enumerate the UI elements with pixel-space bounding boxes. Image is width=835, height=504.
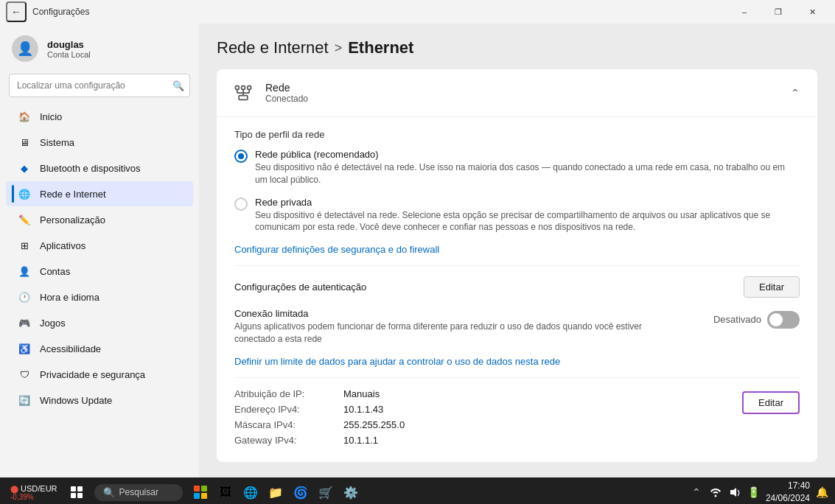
start-button[interactable] <box>65 480 88 504</box>
radio-private[interactable]: Rede privada Seu dispositivo é detectáve… <box>234 197 800 234</box>
breadcrumb: Rede e Internet > Ethernet <box>217 38 817 57</box>
windows-update-icon: 🔄 <box>18 393 31 407</box>
radio-private-desc: Seu dispositivo é detectável na rede. Se… <box>255 209 800 234</box>
sidebar-item-label: Aplicativos <box>40 240 85 251</box>
taskbar-app-store[interactable] <box>189 480 212 504</box>
ipv4-value: 10.1.1.43 <box>343 404 383 415</box>
privacidade-icon: 🛡 <box>18 368 31 381</box>
ip-attribution-row: Atribuição de IP: Manuais <box>234 388 405 399</box>
clock-time: 17:40 <box>766 480 810 492</box>
acessibilidade-icon: ♿ <box>18 342 31 355</box>
market-change: -0,39% <box>10 493 34 501</box>
sidebar-item-personalizacao[interactable]: ✏️ Personalização <box>6 207 193 232</box>
svg-rect-3 <box>239 96 248 100</box>
user-name: douglas <box>47 39 91 50</box>
taskbar-app-browser[interactable]: 🌐 <box>239 480 262 504</box>
back-button[interactable]: ← <box>6 1 27 22</box>
sidebar-item-rede[interactable]: 🌐 Rede e Internet <box>6 181 193 206</box>
card-title: Rede <box>265 82 308 94</box>
user-profile[interactable]: 👤 douglas Conta Local <box>0 24 199 71</box>
radio-public-circle[interactable] <box>234 150 248 163</box>
taskbar-app-edge[interactable]: 🌀 <box>289 480 312 504</box>
sidebar-item-bluetooth[interactable]: ◆ Bluetooth e dispositivos <box>6 155 193 181</box>
taskbar-app-settings[interactable]: ⚙️ <box>339 480 363 504</box>
sidebar-item-acessibilidade[interactable]: ♿ Acessibilidade <box>6 336 193 361</box>
connection-toggle[interactable] <box>767 311 800 329</box>
radio-private-label: Rede privada <box>255 197 800 208</box>
sidebar-item-sistema[interactable]: 🖥 Sistema <box>6 130 193 155</box>
ethernet-card: Rede Conectado ⌃ Tipo de perfil da rede <box>217 69 817 462</box>
toggle-knob <box>769 313 783 326</box>
card-header: Rede Conectado ⌃ <box>217 69 817 117</box>
sidebar-item-label: Windows Update <box>40 395 112 406</box>
user-account-type: Conta Local <box>47 50 91 59</box>
sidebar-item-aplicativos[interactable]: ⊞ Aplicativos <box>6 233 193 258</box>
sidebar-item-jogos[interactable]: 🎮 Jogos <box>6 310 193 335</box>
breadcrumb-current: Ethernet <box>348 38 413 57</box>
window-title: Configurações <box>32 7 89 17</box>
svg-rect-12 <box>77 493 83 498</box>
contas-icon: 👤 <box>18 265 31 278</box>
ip-edit-button[interactable]: Editar <box>742 391 800 414</box>
collapse-button[interactable]: ⌃ <box>788 84 803 102</box>
content-area: Rede e Internet > Ethernet <box>199 24 835 477</box>
sidebar-item-label: Acessibilidade <box>40 343 101 354</box>
sidebar-item-inicio[interactable]: 🏠 Inicio <box>6 104 193 129</box>
window-controls: – ❐ ✕ <box>727 0 829 24</box>
sidebar-nav: 🏠 Inicio 🖥 Sistema ◆ Bluetooth e disposi… <box>0 103 199 413</box>
sidebar-item-privacidade[interactable]: 🛡 Privacidade e segurança <box>6 362 193 387</box>
connection-limited-row: Conexão limitada Alguns aplicativos pode… <box>234 308 800 346</box>
tray-volume-icon[interactable] <box>727 485 742 500</box>
taskbar-clock[interactable]: 17:40 24/06/2024 <box>766 480 810 504</box>
network-icon <box>231 81 255 105</box>
mask-value: 255.255.255.0 <box>343 419 405 430</box>
sidebar-item-label: Contas <box>40 266 70 277</box>
restore-button[interactable]: ❐ <box>761 0 795 24</box>
svg-rect-1 <box>242 86 245 90</box>
sidebar-item-windows-update[interactable]: 🔄 Windows Update <box>6 388 193 413</box>
svg-rect-10 <box>77 486 83 491</box>
radio-private-circle[interactable] <box>234 197 248 211</box>
svg-marker-18 <box>730 488 736 497</box>
tray-notification-icon[interactable]: 🔔 <box>814 485 829 500</box>
close-button[interactable]: ✕ <box>795 0 829 24</box>
svg-rect-9 <box>71 486 76 491</box>
divider-2 <box>234 377 800 378</box>
inicio-icon: 🏠 <box>18 110 31 123</box>
firewall-link[interactable]: Configurar definições de segurança e do … <box>234 244 439 255</box>
taskbar-app-store2[interactable]: 🛒 <box>314 480 338 504</box>
auth-edit-button[interactable]: Editar <box>744 276 800 298</box>
taskbar-market[interactable]: ⬤ USD/EUR -0,39% <box>6 483 62 503</box>
tray-chevron[interactable]: ⌃ <box>689 485 704 500</box>
data-limit-link[interactable]: Definir um limite de dados para ajudar a… <box>234 356 560 367</box>
taskbar-right: ⌃ 🔋 17:40 24/06/2024 🔔 <box>689 480 829 504</box>
sidebar-item-hora[interactable]: 🕐 Hora e idioma <box>6 284 193 309</box>
svg-point-17 <box>714 495 716 497</box>
search-input[interactable] <box>9 74 190 97</box>
network-profile-title: Tipo de perfil da rede <box>234 129 800 140</box>
radio-public[interactable]: Rede pública (recomendado) Seu dispositi… <box>234 149 800 186</box>
sidebar-item-label: Bluetooth e dispositivos <box>40 163 141 174</box>
sidebar-item-contas[interactable]: 👤 Contas <box>6 259 193 284</box>
bluetooth-icon: ◆ <box>18 161 31 175</box>
connection-desc: Alguns aplicativos podem funcionar de fo… <box>234 321 662 346</box>
breadcrumb-parent[interactable]: Rede e Internet <box>217 38 329 57</box>
connection-title: Conexão limitada <box>234 308 713 319</box>
taskbar-search[interactable]: 🔍 Pesquisar <box>94 484 183 501</box>
taskbar-app-photos[interactable]: 🖼 <box>214 480 237 504</box>
tray-battery-icon[interactable]: 🔋 <box>747 485 761 500</box>
aplicativos-icon: ⊞ <box>18 239 31 252</box>
sidebar-item-label: Sistema <box>40 137 74 148</box>
jogos-icon: 🎮 <box>18 316 31 329</box>
taskbar-app-files[interactable]: 📁 <box>264 480 287 504</box>
tray-network-icon[interactable] <box>708 485 723 500</box>
sidebar-item-label: Rede e Internet <box>40 189 106 200</box>
gateway-label: Gateway IPv4: <box>234 435 338 446</box>
svg-rect-0 <box>236 86 240 90</box>
search-icon: 🔍 <box>103 487 115 498</box>
search-box[interactable]: 🔍 <box>9 74 190 97</box>
main-layout: 👤 douglas Conta Local 🔍 🏠 Inicio 🖥 <box>0 24 835 477</box>
svg-rect-14 <box>201 486 207 491</box>
card-subtitle: Conectado <box>265 94 308 104</box>
minimize-button[interactable]: – <box>727 0 761 24</box>
